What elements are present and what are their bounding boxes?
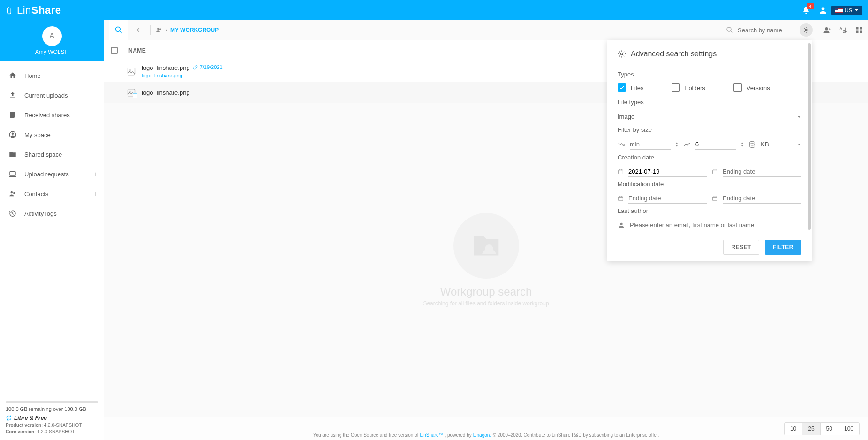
svg-text:A: A	[840, 26, 843, 30]
svg-rect-28	[619, 197, 623, 201]
page-size-25[interactable]: 25	[802, 423, 820, 435]
checkbox-folders[interactable]: Folders	[672, 83, 705, 92]
language-selector[interactable]: US	[831, 6, 862, 15]
svg-rect-15	[860, 27, 862, 29]
calendar-icon	[618, 168, 624, 175]
column-name[interactable]: NAME	[128, 47, 146, 54]
pagination: 10 25 50 100	[104, 417, 868, 440]
gear-icon	[618, 50, 626, 58]
last-author-input[interactable]	[630, 220, 801, 230]
grid-view-icon[interactable]	[855, 26, 863, 34]
back-button[interactable]	[131, 27, 145, 33]
home-icon	[8, 71, 17, 80]
file-types-label: File types	[618, 99, 801, 106]
breadcrumb: › MY WORKGROUP	[155, 26, 219, 34]
paperclip-icon	[6, 6, 14, 15]
user-circle-icon	[8, 130, 17, 139]
size-max-input[interactable]	[695, 139, 736, 150]
svg-point-24	[621, 53, 623, 55]
modification-from-input[interactable]	[628, 193, 707, 204]
types-label: Types	[618, 71, 801, 78]
svg-point-25	[750, 141, 755, 143]
svg-point-7	[157, 28, 159, 30]
creation-to-input[interactable]	[723, 167, 801, 177]
svg-rect-22	[133, 93, 137, 98]
modification-date-label: Modification date	[618, 181, 801, 188]
image-file-icon	[127, 67, 136, 76]
empty-subtitle: Searching for all files and folders insi…	[423, 300, 549, 307]
search-button[interactable]	[109, 20, 128, 40]
trend-down-icon	[618, 141, 625, 148]
brand-logo[interactable]: LinShare	[0, 4, 61, 16]
history-icon	[8, 209, 17, 218]
breadcrumb-separator: ›	[166, 27, 167, 33]
panel-scrollbar[interactable]	[808, 43, 811, 251]
svg-point-8	[159, 28, 161, 30]
avatar[interactable]: A	[42, 26, 62, 46]
search-icon	[114, 25, 123, 35]
checkbox-files[interactable]: Files	[618, 83, 643, 92]
nav-shared-space[interactable]: Shared space	[0, 144, 104, 164]
calendar-icon	[712, 195, 718, 202]
user-icon	[618, 221, 625, 229]
brand-text: LinShare	[17, 4, 61, 16]
breadcrumb-workgroup[interactable]: MY WORKGROUP	[170, 27, 219, 33]
search-input[interactable]	[738, 27, 794, 34]
empty-title: Workgroup search	[440, 285, 532, 298]
language-label: US	[845, 8, 852, 13]
stepper-icon[interactable]: ▲▼	[675, 142, 679, 147]
file-types-select[interactable]: Image	[618, 111, 801, 122]
svg-rect-29	[713, 197, 717, 201]
nav-home[interactable]: Home	[0, 66, 104, 85]
filter-button[interactable]: FILTER	[765, 240, 801, 255]
add-member-icon[interactable]	[823, 26, 831, 34]
quota-bar	[6, 401, 98, 403]
nav-activity-logs[interactable]: Activity logs	[0, 204, 104, 223]
toolbar: › MY WORKGROUP AZ	[104, 20, 868, 40]
svg-rect-16	[856, 31, 858, 33]
nav-my-space[interactable]: My space	[0, 125, 104, 144]
sort-az-icon[interactable]: AZ	[839, 26, 847, 34]
checkbox-icon	[618, 83, 626, 92]
size-min-input[interactable]	[630, 139, 671, 150]
chevron-down-icon	[797, 114, 801, 119]
us-flag-icon	[835, 8, 843, 13]
add-upload-request-icon[interactable]: +	[93, 170, 97, 178]
nav-upload-requests[interactable]: Upload requests +	[0, 164, 104, 184]
modification-to-input[interactable]	[723, 193, 801, 204]
select-all-checkbox[interactable]	[111, 47, 119, 54]
page-size-10[interactable]: 10	[785, 423, 802, 435]
file-name: logo_linshare.png	[142, 89, 190, 96]
search-icon	[725, 26, 734, 34]
svg-rect-14	[856, 27, 858, 29]
profile-area: A Amy WOLSH	[0, 20, 104, 61]
sidebar: A Amy WOLSH Home Current uploads Receive…	[0, 20, 104, 440]
size-unit-select[interactable]: KB	[761, 139, 801, 150]
add-contact-icon[interactable]: +	[93, 190, 97, 197]
nav-current-uploads[interactable]: Current uploads	[0, 85, 104, 105]
libre-free: Libre & Free	[6, 415, 98, 421]
user-icon	[818, 6, 828, 15]
page-size-100[interactable]: 100	[838, 423, 859, 435]
svg-rect-18	[128, 68, 135, 75]
nav-contacts[interactable]: Contacts +	[0, 184, 104, 204]
profile-menu-button[interactable]	[815, 2, 831, 19]
chevron-down-icon	[797, 142, 801, 147]
svg-rect-26	[619, 170, 623, 174]
advanced-search-toggle[interactable]	[800, 23, 813, 37]
reset-button[interactable]: RESET	[723, 240, 759, 255]
notification-badge: 4	[807, 3, 814, 9]
sync-icon	[6, 415, 12, 421]
checkbox-versions[interactable]: Versions	[733, 83, 770, 92]
page-size-50[interactable]: 50	[820, 423, 838, 435]
file-shared-indicator: 7/19/2021	[193, 64, 223, 70]
link-icon	[193, 65, 198, 70]
search-field[interactable]	[725, 26, 794, 34]
svg-point-21	[129, 91, 131, 92]
nav-received-shares[interactable]: Received shares	[0, 105, 104, 125]
calendar-icon	[712, 168, 718, 175]
stepper-icon[interactable]: ▲▼	[740, 142, 744, 147]
quota-text: 100.0 GB remaining over 100.0 GB	[6, 406, 98, 412]
creation-from-input[interactable]	[628, 167, 707, 177]
notifications-button[interactable]: 4	[798, 2, 815, 19]
